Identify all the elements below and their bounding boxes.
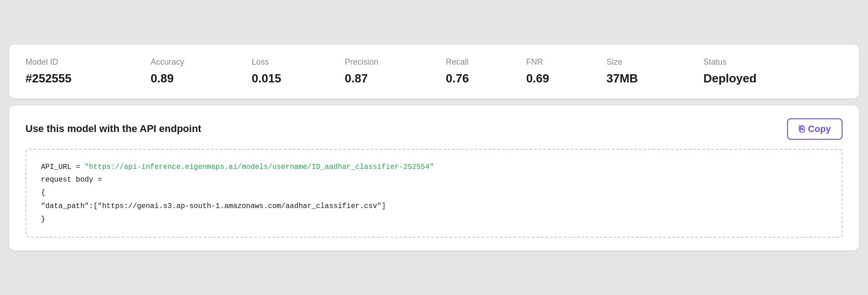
col-header-size: Size: [607, 57, 703, 71]
col-header-recall: Recall: [446, 57, 527, 71]
api-url-value: "https://api-inference.eigenmaps.ai/mode…: [85, 163, 434, 171]
api-url-line: API_URL = "https://api-inference.eigenma…: [41, 161, 827, 174]
status-value: Deployed: [703, 71, 843, 86]
request-body-label-line: request body =: [41, 173, 827, 187]
col-header-fnr: FNR: [526, 57, 607, 71]
col-header-status: Status: [703, 57, 843, 71]
loss-value: 0.015: [252, 71, 345, 86]
endpoint-title: Use this model with the API endpoint: [25, 123, 201, 135]
col-header-precision: Precision: [345, 57, 446, 71]
copy-icon: ⎘: [799, 124, 804, 134]
col-header-model-id: Model ID: [25, 57, 151, 71]
open-brace-line: {: [41, 187, 827, 200]
model-id-value: #252555: [25, 71, 151, 86]
copy-button[interactable]: ⎘ Copy: [787, 118, 843, 140]
metrics-table: Model ID Accuracy Loss Precision Recall …: [25, 57, 843, 86]
api-url-prefix: API_URL =: [41, 163, 85, 171]
col-header-loss: Loss: [252, 57, 345, 71]
fnr-value: 0.69: [526, 71, 607, 86]
accuracy-value: 0.89: [151, 71, 251, 86]
endpoint-header: Use this model with the API endpoint ⎘ C…: [25, 118, 843, 140]
endpoint-card: Use this model with the API endpoint ⎘ C…: [9, 106, 859, 251]
size-value: 37MB: [607, 71, 703, 86]
code-block: API_URL = "https://api-inference.eigenma…: [25, 149, 843, 238]
recall-value: 0.76: [446, 71, 527, 86]
close-brace-line: }: [41, 213, 827, 226]
metrics-card: Model ID Accuracy Loss Precision Recall …: [9, 45, 859, 98]
precision-value: 0.87: [345, 71, 446, 86]
copy-label: Copy: [808, 124, 831, 134]
col-header-accuracy: Accuracy: [151, 57, 251, 71]
data-path-line: "data_path":["https://genai.s3.ap-south-…: [41, 200, 827, 213]
